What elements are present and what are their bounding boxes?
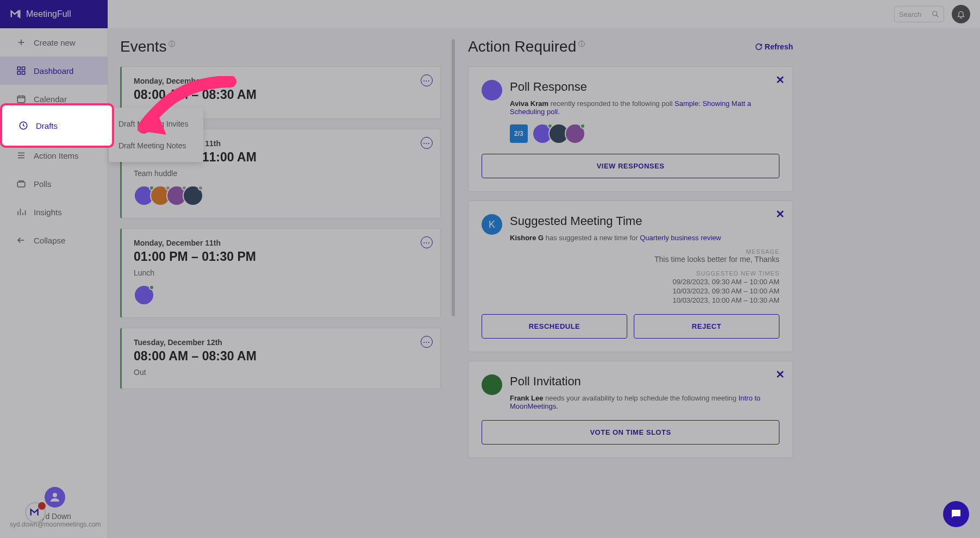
chat-bubble-button[interactable] [943, 501, 969, 527]
chat-icon [950, 508, 963, 521]
clock-icon [18, 121, 28, 130]
onboarding-arrow-icon [127, 76, 241, 152]
onboarding-highlight[interactable]: Drafts [0, 103, 114, 148]
highlight-label: Drafts [36, 121, 58, 130]
